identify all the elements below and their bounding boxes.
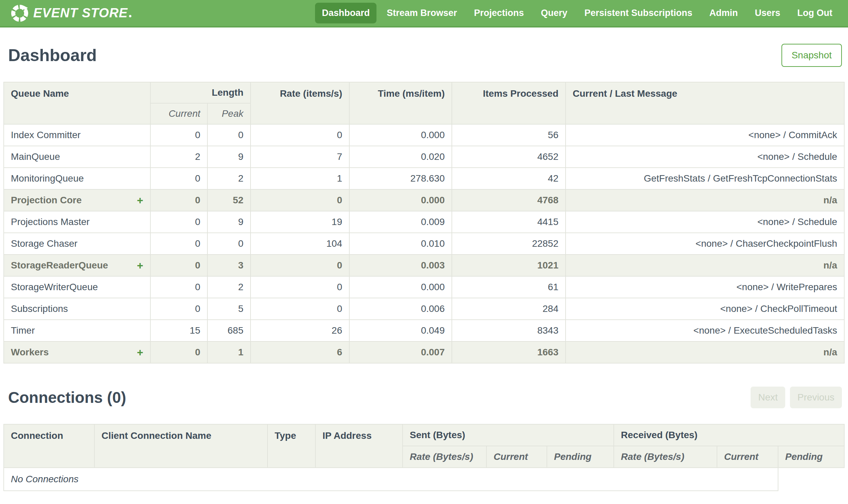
col-header-message: Current / Last Message [565,82,844,124]
message-cell: <none> / ChaserCheckpointFlush [565,233,844,254]
queue-row-workers: Workers+0160.0071663n/a [4,341,844,363]
time-cell: 0.000 [349,190,452,211]
queue-row-subscriptions: Subscriptions0500.006284<none> / CheckPo… [4,298,844,320]
current-cell: 2 [150,146,208,168]
items-processed-cell: 42 [452,168,565,190]
nav-item-query[interactable]: Query [534,3,574,23]
message-cell: <none> / ExecuteScheduledTasks [565,320,844,341]
connections-header: Connections (0) Next Previous [8,386,842,408]
nav-item-persistent-subscriptions[interactable]: Persistent Subscriptions [577,3,699,23]
peak-cell: 3 [208,254,251,276]
queue-name-label: Timer [11,325,35,336]
rate-cell: 26 [251,320,349,341]
rate-cell: 1 [251,168,349,190]
col-header-rate: Rate (items/s) [251,82,349,124]
pager: Next Previous [751,386,842,408]
message-cell: <none> / WritePrepares [565,276,844,298]
connections-title: Connections (0) [8,388,126,407]
nav-item-stream-browser[interactable]: Stream Browser [380,3,464,23]
current-cell: 0 [150,254,208,276]
queue-row-monitoringqueue: MonitoringQueue021278.63042GetFreshStats… [4,168,844,190]
current-cell: 0 [150,190,208,211]
col-header-sent-rate: Rate (Bytes/s) [403,446,486,468]
col-header-connection: Connection [4,424,94,468]
no-connections-message: No Connections [4,468,778,491]
col-header-received-current: Current [717,446,778,468]
current-cell: 0 [150,168,208,190]
nav-item-log-out[interactable]: Log Out [791,3,839,23]
current-cell: 0 [150,276,208,298]
event-store-ring-icon [10,4,29,23]
col-header-sent-bytes: Sent (Bytes) [403,424,614,446]
message-cell: GetFreshStats / GetFreshTcpConnectionSta… [565,168,844,190]
message-cell: <none> / CommitAck [565,124,844,146]
current-cell: 0 [150,341,208,363]
peak-cell: 0 [208,233,251,254]
rate-cell: 0 [251,254,349,276]
nav-item-admin[interactable]: Admin [702,3,744,23]
time-cell: 0.049 [349,320,452,341]
items-processed-cell: 22852 [452,233,565,254]
col-header-received-rate: Rate (Bytes/s) [614,446,717,468]
expand-plus-icon[interactable]: + [137,347,143,358]
queue-name-label: Projections Master [11,217,90,228]
time-cell: 0.006 [349,298,452,320]
queue-table-body: Index Committer0000.00056<none> / Commit… [4,124,844,363]
expand-plus-icon[interactable]: + [137,260,143,271]
col-header-sent-pending: Pending [547,446,614,468]
queue-name-label: Storage Chaser [11,238,77,249]
rate-cell: 0 [251,190,349,211]
time-cell: 0.000 [349,276,452,298]
queue-name-label: StorageReaderQueue [11,260,108,271]
no-connections-row: No Connections [4,468,844,491]
peak-cell: 1 [208,341,251,363]
peak-cell: 9 [208,211,251,233]
queue-row-timer: Timer15685260.0498343<none> / ExecuteSch… [4,320,844,341]
page-title: Dashboard [8,46,97,65]
queue-row-storagereaderqueue: StorageReaderQueue+0300.0031021n/a [4,254,844,276]
queue-name-label: MonitoringQueue [11,173,84,184]
queue-row-storage-chaser: Storage Chaser001040.01022852<none> / Ch… [4,233,844,254]
queue-row-storagewriterqueue: StorageWriterQueue0200.00061<none> / Wri… [4,276,844,298]
rate-cell: 7 [251,146,349,168]
time-cell: 0.010 [349,233,452,254]
previous-button[interactable]: Previous [790,386,842,408]
expand-plus-icon[interactable]: + [137,195,143,206]
time-cell: 278.630 [349,168,452,190]
items-processed-cell: 4768 [452,190,565,211]
queue-name-cell: Projection Core+ [4,190,150,211]
col-header-type: Type [268,424,315,468]
registered-mark-icon [129,15,131,17]
peak-cell: 52 [208,190,251,211]
queue-name-label: Workers [11,347,49,358]
next-button[interactable]: Next [751,386,785,408]
connections-table: Connection Client Connection Name Type I… [3,424,845,491]
rate-cell: 6 [251,341,349,363]
col-header-queue-name: Queue Name [4,82,150,124]
nav-item-users[interactable]: Users [748,3,787,23]
time-cell: 0.009 [349,211,452,233]
snapshot-button[interactable]: Snapshot [781,44,842,67]
queue-name-cell: Projections Master [4,211,150,233]
col-header-time: Time (ms/item) [349,82,452,124]
nav-menu: DashboardStream BrowserProjectionsQueryP… [315,3,839,23]
rate-cell: 19 [251,211,349,233]
queue-name-cell: Index Committer [4,124,150,146]
rate-cell: 0 [251,298,349,320]
items-processed-cell: 4652 [452,146,565,168]
queue-name-cell: MonitoringQueue [4,168,150,190]
connections-table-header: Connection Client Connection Name Type I… [4,424,844,468]
peak-cell: 9 [208,146,251,168]
col-header-ip-address: IP Address [315,424,403,468]
queue-name-label: Subscriptions [11,303,68,314]
queue-table: Queue Name Length Rate (items/s) Time (m… [3,82,845,363]
nav-item-projections[interactable]: Projections [467,3,530,23]
queue-row-mainqueue: MainQueue2970.0204652<none> / Schedule [4,146,844,168]
brand-logo[interactable]: EVENT STORE [10,4,131,23]
items-processed-cell: 61 [452,276,565,298]
queue-name-label: Index Committer [11,130,80,141]
navbar: EVENT STORE DashboardStream BrowserProje… [0,0,848,28]
peak-cell: 2 [208,276,251,298]
items-processed-cell: 8343 [452,320,565,341]
nav-item-dashboard[interactable]: Dashboard [315,3,377,23]
